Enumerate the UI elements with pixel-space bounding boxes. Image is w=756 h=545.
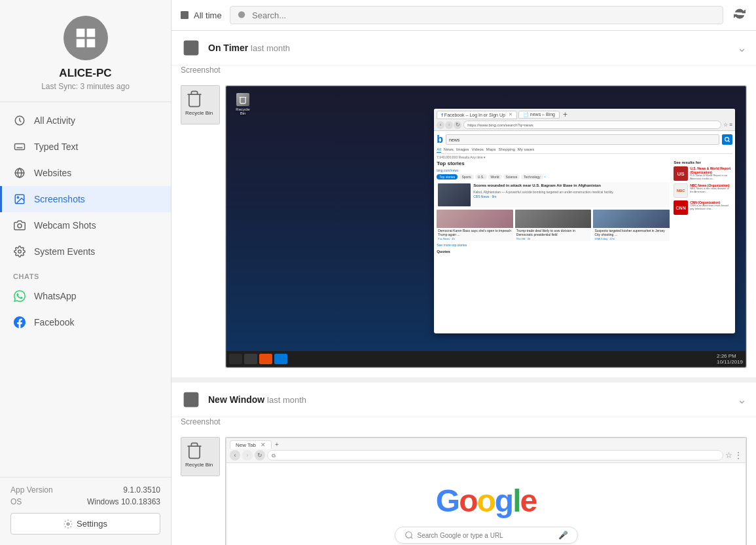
sidebar-item-label: Screenshots <box>34 194 85 204</box>
sidebar-item-all-activity[interactable]: All Activity <box>0 107 171 134</box>
google-settings-btn: ⋮ <box>734 451 742 460</box>
google-o1: o <box>459 483 477 518</box>
story-title-3: Trump-trade deal likely to sow division … <box>516 229 590 236</box>
sidebar-item-label: Typed Text <box>34 141 78 152</box>
google-tab-close: ✕ <box>261 442 266 448</box>
feed-item-subtitle: Screenshot <box>171 66 756 80</box>
desktop-bg: Recycle Bin f Facebook – Log In or Sign … <box>226 86 746 367</box>
windows-icon <box>73 26 98 50</box>
svg-point-6 <box>18 250 22 254</box>
nbc-logo-text: NBC <box>677 189 685 193</box>
story-img-3 <box>515 210 592 228</box>
screenshot-thumb: Recycle Bin <box>181 85 220 124</box>
browser-tab-2: 📄 news – Bing <box>518 111 560 119</box>
app-version-row: App Version 9.1.0.3510 <box>10 485 160 495</box>
calendar-icon <box>179 10 190 20</box>
settings-button[interactable]: Settings <box>10 513 160 535</box>
taskbar-clock: 2:26 PM10/11/2019 <box>717 353 743 365</box>
refresh-button[interactable] <box>731 5 748 25</box>
google-o2: o <box>477 483 494 518</box>
google-forward-btn: › <box>242 450 253 460</box>
tag-technology: Technology <box>521 174 543 179</box>
screenshot-container: Recycle Bin Recycle Bin <box>171 80 756 377</box>
story-text-3: Trump-trade deal likely to sow division … <box>515 228 592 241</box>
gear-icon <box>13 245 26 258</box>
bing-search-icon <box>724 136 730 143</box>
device-name: ALICE-PC <box>59 67 111 80</box>
recycle-bin-desktop-icon <box>236 93 249 106</box>
sidebar-item-whatsapp[interactable]: WhatsApp <box>0 283 171 309</box>
story-card-2: Democrat Karen Bass says she's open to i… <box>437 210 513 241</box>
story-img-4 <box>593 210 670 228</box>
svg-point-11 <box>725 138 729 141</box>
tab-all: All <box>437 147 441 153</box>
svg-rect-1 <box>15 144 25 150</box>
search-input[interactable] <box>252 10 716 20</box>
tag-science: Science <box>503 174 520 179</box>
svg-point-14 <box>405 532 411 538</box>
results-count: 7,940,000,000 Results Any time ▾ <box>437 155 732 159</box>
settings-button-label: Settings <box>77 519 107 529</box>
tab-images: Images <box>456 147 469 153</box>
image-feed-icon-2 <box>182 390 200 409</box>
toolbar: All time <box>171 0 756 31</box>
whatsapp-icon <box>13 290 26 303</box>
feed-item-title-text: On Timer <box>208 43 248 53</box>
bing-search-row: b news <box>437 134 732 145</box>
google-search-placeholder: Search Google or type a URL <box>418 532 554 539</box>
result-nbc-news: NBC NBC News (Organization) NBC News is … <box>674 183 732 198</box>
feed-item-title-block: On Timer last month <box>208 43 290 53</box>
cnn-desc: CNN is an American news-based pay televi… <box>690 204 732 211</box>
collapse-button-2[interactable]: ⌄ <box>737 392 747 407</box>
time-filter[interactable]: All time <box>179 10 222 20</box>
feed-item-title-block-2: New Window last month <box>208 394 306 405</box>
recycle-bin-icon-2 <box>185 442 204 460</box>
sidebar-item-label: System Events <box>34 246 95 257</box>
search-bar[interactable] <box>230 6 723 24</box>
bing-news-label: bing.com/news <box>437 168 670 172</box>
filter-label: All time <box>194 10 222 20</box>
screenshot-type-icon-2 <box>181 389 202 410</box>
tab-maps: Maps <box>486 147 496 153</box>
svg-point-10 <box>187 44 190 47</box>
story-card-4: Suspects targeted kosher supermarket in … <box>593 210 670 241</box>
sidebar-item-webcam-shots[interactable]: Webcam Shots <box>0 212 171 238</box>
svg-point-4 <box>17 197 18 198</box>
bing-search-input: news <box>446 134 719 145</box>
story-card-3: Trump-trade deal likely to sow division … <box>515 210 592 241</box>
sidebar-item-screenshots[interactable]: Screenshots <box>0 186 171 212</box>
google-url-bar: G <box>267 450 723 460</box>
sidebar-item-facebook[interactable]: Facebook <box>0 309 171 335</box>
screenshot-type-icon <box>181 37 202 58</box>
browser-chrome: f Facebook – Log In or Sign Up ✕ 📄 news … <box>434 109 735 131</box>
screenshot-thumb-2: Recycle Bin <box>181 437 220 476</box>
feed-item-subtitle-2: Screenshot <box>171 417 756 432</box>
collapse-button[interactable]: ⌄ <box>737 41 747 55</box>
keyboard-icon <box>13 140 26 153</box>
image-icon <box>13 193 26 206</box>
screenshot-main: Recycle Bin f Facebook – Log In or Sign … <box>225 85 747 368</box>
sidebar-item-label: Websites <box>34 168 71 178</box>
feed-item-new-window: New Window last month ⌄ Screenshot Recyc… <box>171 383 756 545</box>
tag-top-stories: Top stories <box>437 174 458 179</box>
google-reload-btn: ↻ <box>255 450 265 460</box>
google-browser-chrome: New Tab ✕ + ‹ › ↻ G <box>226 438 746 463</box>
feed: On Timer last month ⌄ Screenshot Recycle… <box>171 31 756 545</box>
feed-item-header-left-2: New Window last month <box>181 389 306 410</box>
globe-icon <box>13 166 26 179</box>
svg-point-8 <box>238 11 245 18</box>
url-bar: https://www.bing.com/search?q=news <box>463 121 721 129</box>
sidebar-item-typed-text[interactable]: Typed Text <box>0 134 171 160</box>
story-source-1: CBS News · 9m <box>473 195 668 198</box>
bing-page-content: b news All <box>434 131 735 333</box>
google-tab-bar: New Tab ✕ + <box>230 440 742 449</box>
nbc-text: NBC News (Organization) NBC News is the … <box>690 183 732 194</box>
tab-close: ✕ <box>509 112 513 117</box>
story-source-2: Fox News · 2h <box>438 237 512 240</box>
sidebar-item-system-events[interactable]: System Events <box>0 238 171 265</box>
sidebar-item-websites[interactable]: Websites <box>0 160 171 186</box>
app-version-value: 9.1.0.3510 <box>123 485 160 495</box>
desktop-taskbar: 2:26 PM10/11/2019 <box>226 351 746 367</box>
cnn-logo: CNN <box>674 200 688 215</box>
google-back-btn: ‹ <box>230 450 240 460</box>
